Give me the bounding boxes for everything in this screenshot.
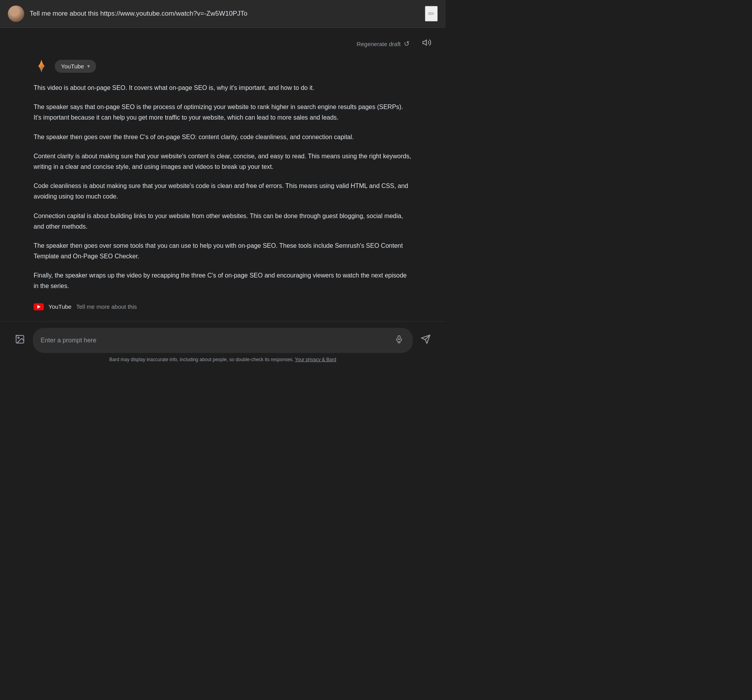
send-icon [421,334,431,344]
paragraph-4: Content clarity is about making sure tha… [34,151,412,172]
gemini-icon [34,58,49,74]
content-body: This video is about on-page SEO. It cove… [34,82,412,292]
youtube-play-triangle [37,305,41,309]
youtube-source-icon [34,303,44,310]
header: Tell me more about this https://www.yout… [0,0,446,28]
chevron-down-icon: ▾ [87,63,90,69]
avatar [8,5,24,22]
badge-row: YouTube ▾ [34,58,412,74]
disclaimer-link[interactable]: Your privacy & Bard [295,357,337,362]
source-row: YouTube Tell me more about this [34,300,412,313]
mic-button[interactable] [393,333,405,347]
svg-point-2 [18,337,19,338]
volume-icon [422,38,432,47]
paragraph-5: Code cleanliness is about making sure th… [34,181,412,202]
input-row [12,328,434,353]
main-content: Regenerate draft ↺ [0,28,446,321]
disclaimer-text: Bard may display inaccurate info, includ… [109,357,294,362]
paragraph-2: The speaker says that on-page SEO is the… [34,102,412,123]
svg-marker-0 [423,40,426,45]
svg-rect-5 [398,335,400,339]
prompt-input-wrapper[interactable] [33,328,413,353]
top-bar: Regenerate draft ↺ [0,36,446,58]
mic-icon [395,335,403,344]
source-action: Tell me more about this [76,303,137,310]
response-area: YouTube ▾ This video is about on-page SE… [0,58,446,321]
youtube-badge[interactable]: YouTube ▾ [55,60,96,73]
send-button[interactable] [417,331,434,350]
regenerate-button[interactable]: Regenerate draft ↺ [353,37,414,50]
paragraph-8: Finally, the speaker wraps up the video … [34,270,412,291]
source-label: YouTube [48,303,72,310]
image-icon [15,334,25,344]
edit-button[interactable]: ✏ [425,6,438,21]
header-title: Tell me more about this https://www.yout… [30,10,419,18]
disclaimer: Bard may display inaccurate info, includ… [12,353,434,365]
paragraph-6: Connection capital is about building lin… [34,211,412,232]
avatar-image [8,5,24,22]
image-button[interactable] [12,331,28,350]
prompt-input[interactable] [41,337,389,344]
youtube-badge-label: YouTube [61,63,84,70]
paragraph-1: This video is about on-page SEO. It cove… [34,82,412,93]
regenerate-icon: ↺ [404,39,410,48]
paragraph-7: The speaker then goes over some tools th… [34,240,412,261]
regenerate-label: Regenerate draft [356,41,401,47]
bottom-bar: Bard may display inaccurate info, includ… [0,321,446,369]
paragraph-3: The speaker then goes over the three C's… [34,132,412,142]
volume-button[interactable] [420,36,434,52]
